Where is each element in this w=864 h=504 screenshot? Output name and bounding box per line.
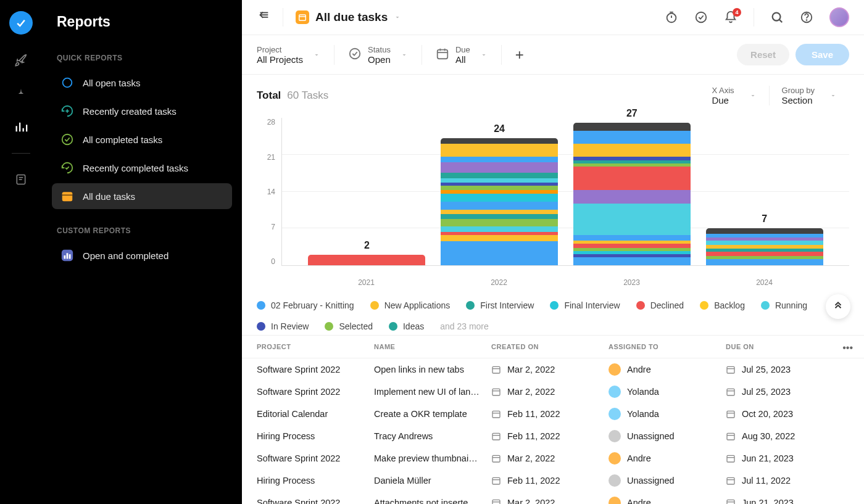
svg-rect-52 [492,477,500,484]
chart-bar[interactable]: 24 [441,123,558,265]
svg-rect-32 [492,366,500,373]
svg-rect-34 [727,366,734,373]
svg-rect-38 [727,389,734,395]
reset-button[interactable]: Reset [737,44,789,65]
sidebar-item-label: Recently created tasks [83,106,177,117]
pin-icon[interactable] [14,86,28,101]
timer-icon[interactable] [665,10,678,24]
table-row[interactable]: Hiring ProcessTracy AndrewsFeb 11, 2022U… [242,425,864,447]
svg-point-22 [696,12,707,23]
chevron-down-icon [313,51,320,59]
scroll-top-button[interactable] [826,294,850,319]
chevron-down-icon [394,14,401,21]
rocket-icon[interactable] [14,53,28,68]
bell-icon[interactable]: 4 [724,10,737,24]
table-row[interactable]: Software Sprint 2022Attachments not inse… [242,492,864,504]
chart-bar[interactable]: 7 [706,213,823,265]
legend-item[interactable]: First Interview [466,300,534,310]
table-row[interactable]: Software Sprint 2022Open links in new ta… [242,358,864,381]
legend-item[interactable]: Final Interview [550,300,620,310]
legend-item[interactable]: Declined [636,300,684,310]
svg-rect-13 [69,254,71,258]
calendar-icon [491,431,501,441]
calendar-icon [726,409,736,419]
main: All due tasks 4 Project All Projects [242,0,864,504]
table-row[interactable]: Hiring ProcessDaniela MüllerFeb 11, 2022… [242,469,864,492]
sidebar-item[interactable]: Recently completed tasks [52,155,232,181]
chevron-down-icon [829,92,837,99]
filter-project[interactable]: Project All Projects [257,45,334,65]
sidebar-item-label: All due tasks [83,191,135,202]
svg-point-26 [807,20,807,20]
svg-point-23 [773,13,781,21]
reports-icon[interactable] [14,120,28,134]
legend-item[interactable]: In Review [257,321,309,331]
add-filter-button[interactable]: + [502,46,538,64]
sidebar-title: Reports [52,14,232,30]
table-row[interactable]: Software Sprint 2022Make preview thumbna… [242,447,864,469]
calendar-icon [491,387,501,397]
ytick: 21 [257,153,281,162]
sidebar-item-label: Recently completed tasks [83,163,188,173]
avatar [609,408,621,420]
notes-icon[interactable] [14,172,28,187]
legend-more[interactable]: and 23 more [440,321,489,331]
help-icon[interactable] [800,10,813,24]
svg-point-27 [350,48,360,59]
filter-status[interactable]: Status Open [334,45,422,65]
sidebar-item[interactable]: All completed tasks [52,126,232,152]
sidebar-item[interactable]: All due tasks [52,183,232,209]
groupby-control[interactable]: Group by Section [769,86,849,105]
chart-area: Total 60 Tasks X Axis Due Group by Secti… [242,75,864,292]
calendar-icon [60,189,74,203]
icon-rail [0,0,42,504]
xtick: 2022 [433,278,565,287]
avatar [609,386,621,398]
calendar-icon [726,431,736,441]
chart-icon [60,249,74,262]
legend-item[interactable]: New Applications [370,300,451,310]
legend-item[interactable]: Backlog [700,300,745,310]
svg-rect-44 [492,433,500,440]
avatar [609,430,621,442]
app-logo[interactable] [9,11,33,35]
svg-rect-42 [727,411,734,418]
sidebar-item-label: Open and completed [83,250,168,261]
table-row[interactable]: Editorial CalendarCreate a OKR templateF… [242,403,864,425]
search-icon[interactable] [770,10,784,24]
collapse-sidebar-icon[interactable] [257,9,270,25]
check-circle-icon[interactable] [694,10,708,24]
refresh-plus-icon [60,104,74,118]
sidebar-item-label: All open tasks [83,78,140,88]
save-button[interactable]: Save [795,44,849,65]
legend-item[interactable]: 02 February - Knitting [257,300,354,310]
sidebar-item[interactable]: Recently created tasks [52,98,232,124]
sidebar-item[interactable]: All open tasks [52,70,232,96]
total-value: 60 Tasks [287,89,328,102]
xtick: 2024 [698,278,831,287]
calendar-icon [726,498,736,504]
avatar [609,452,621,465]
sidebar-item[interactable]: Open and completed [52,242,232,268]
table-more-icon[interactable]: ••• [842,342,853,353]
svg-rect-54 [727,477,734,484]
page-title-group[interactable]: All due tasks [296,10,401,24]
legend-item[interactable]: Selected [325,321,372,331]
table-row[interactable]: Software Sprint 2022Implement new UI of … [242,381,864,403]
avatar[interactable] [829,7,849,27]
legend-item[interactable]: Running [761,300,807,310]
chart: 28211470 224277 [257,118,849,278]
calendar-icon [491,476,501,485]
calendar-icon [491,409,501,419]
chevron-down-icon [480,51,488,59]
svg-point-19 [667,14,676,23]
xtick: 2023 [565,278,698,287]
legend-item[interactable]: Ideas [389,321,424,331]
chart-bar[interactable]: 2 [308,240,425,265]
filter-due[interactable]: Due All [422,45,502,65]
svg-rect-48 [492,455,500,462]
svg-rect-46 [727,433,734,440]
xaxis-control[interactable]: X Axis Due [699,86,768,105]
circle-icon [60,76,74,89]
chart-bar[interactable]: 27 [573,108,691,265]
